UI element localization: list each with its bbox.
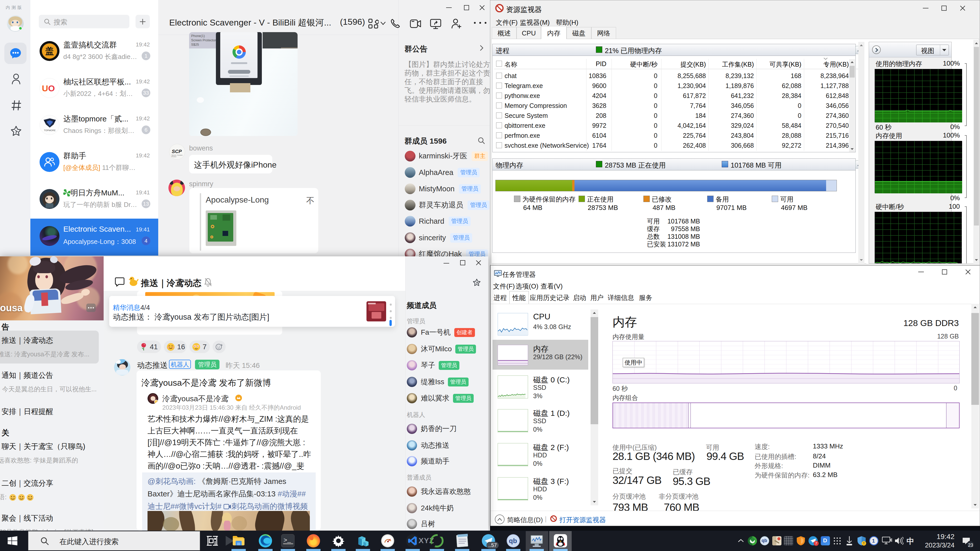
svg-text:TOPMORE: TOPMORE (44, 129, 56, 132)
